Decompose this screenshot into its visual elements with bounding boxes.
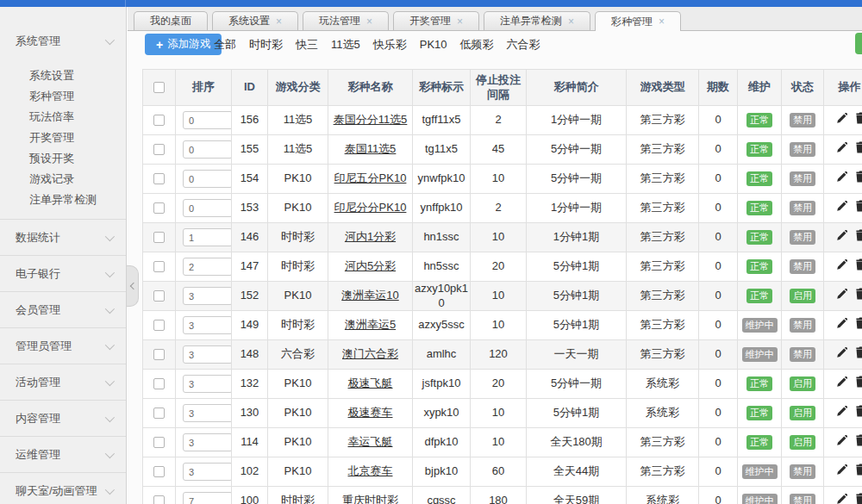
status-badge[interactable]: 禁用 — [790, 259, 815, 275]
lottery-name-link[interactable]: 澳门六合彩 — [342, 347, 398, 360]
row-checkbox[interactable] — [153, 232, 165, 243]
lottery-name-link[interactable]: 印尼五分PK10 — [334, 171, 407, 184]
edit-icon[interactable] — [836, 171, 847, 186]
status-badge[interactable]: 禁用 — [790, 113, 815, 128]
sort-input[interactable] — [183, 199, 232, 217]
sidebar-group-4[interactable]: 管理员管理 — [0, 327, 126, 364]
filter-2[interactable]: 快三 — [296, 37, 318, 53]
maintain-badge[interactable]: 正常 — [746, 259, 772, 275]
delete-icon[interactable] — [856, 141, 862, 157]
lottery-name-link[interactable]: 极速赛车 — [348, 406, 393, 419]
sort-input[interactable] — [183, 111, 232, 129]
row-checkbox[interactable] — [153, 173, 165, 184]
lottery-name-link[interactable]: 重庆时时彩 — [342, 494, 398, 504]
sort-input[interactable] — [183, 258, 232, 276]
maintain-badge[interactable]: 维护中 — [742, 464, 778, 480]
row-checkbox[interactable] — [153, 202, 165, 214]
delete-icon[interactable] — [856, 288, 862, 303]
delete-icon[interactable] — [856, 493, 862, 504]
add-game-button[interactable]: + 添加游戏 — [145, 34, 222, 55]
sidebar-group-8[interactable]: 聊天室/动画管理 — [0, 472, 126, 504]
edit-icon[interactable] — [836, 318, 847, 333]
edit-icon[interactable] — [836, 435, 847, 450]
edit-icon[interactable] — [836, 376, 847, 391]
lottery-name-link[interactable]: 澳洲幸运5 — [345, 318, 396, 331]
delete-icon[interactable] — [856, 229, 862, 245]
sort-input[interactable] — [183, 170, 232, 188]
lottery-name-link[interactable]: 泰国分分11选5 — [334, 113, 408, 126]
filter-3[interactable]: 11选5 — [331, 37, 360, 53]
status-badge[interactable]: 禁用 — [790, 142, 815, 158]
sidebar-group-5[interactable]: 活动管理 — [0, 364, 126, 400]
sidebar-group-1[interactable]: 数据统计 — [0, 219, 126, 255]
row-checkbox[interactable] — [153, 261, 165, 272]
filter-7[interactable]: 六合彩 — [507, 37, 540, 53]
sort-input[interactable] — [183, 463, 232, 481]
delete-icon[interactable] — [856, 200, 862, 215]
edit-icon[interactable] — [836, 113, 847, 128]
row-checkbox[interactable] — [153, 495, 165, 504]
edit-icon[interactable] — [836, 464, 847, 479]
sidebar-group-2[interactable]: 电子银行 — [0, 255, 126, 291]
maintain-badge[interactable]: 正常 — [746, 435, 772, 451]
delete-icon[interactable] — [856, 434, 862, 450]
edit-icon[interactable] — [836, 494, 847, 504]
close-icon[interactable]: × — [276, 16, 282, 27]
delete-icon[interactable] — [856, 405, 862, 420]
filter-0[interactable]: 全部 — [214, 37, 236, 53]
status-badge[interactable]: 禁用 — [790, 318, 815, 333]
select-all-checkbox[interactable] — [153, 82, 165, 93]
sidebar-item-0-6[interactable]: 注单异常检测 — [0, 190, 126, 210]
status-badge[interactable]: 禁用 — [790, 494, 815, 504]
delete-icon[interactable] — [856, 112, 862, 128]
tab-0[interactable]: 我的桌面 — [134, 11, 208, 30]
filter-6[interactable]: 低频彩 — [460, 37, 494, 53]
maintain-badge[interactable]: 正常 — [746, 113, 772, 128]
tab-5[interactable]: 彩种管理× — [595, 11, 681, 31]
delete-icon[interactable] — [856, 376, 862, 391]
sort-input[interactable] — [183, 228, 232, 246]
tab-4[interactable]: 注单异常检测× — [484, 11, 590, 30]
sidebar-item-0-2[interactable]: 玩法倍率 — [0, 107, 126, 128]
status-badge[interactable]: 启用 — [790, 289, 815, 304]
close-icon[interactable]: × — [457, 16, 463, 27]
maintain-badge[interactable]: 正常 — [746, 406, 772, 421]
status-badge[interactable]: 禁用 — [790, 171, 815, 187]
right-edge-button[interactable] — [855, 33, 862, 54]
lottery-name-link[interactable]: 印尼分分PK10 — [334, 201, 407, 214]
sidebar-item-0-1[interactable]: 彩种管理 — [0, 86, 126, 107]
tab-2[interactable]: 玩法管理× — [303, 11, 389, 30]
tab-3[interactable]: 开奖管理× — [393, 11, 479, 30]
row-checkbox[interactable] — [153, 290, 165, 302]
sort-input[interactable] — [183, 140, 232, 159]
delete-icon[interactable] — [856, 171, 862, 186]
status-badge[interactable]: 禁用 — [790, 230, 815, 246]
sidebar-item-0-5[interactable]: 游戏记录 — [0, 169, 126, 190]
sort-input[interactable] — [183, 375, 232, 393]
status-badge[interactable]: 禁用 — [790, 201, 815, 216]
delete-icon[interactable] — [856, 317, 862, 333]
row-checkbox[interactable] — [153, 115, 165, 126]
sort-input[interactable] — [183, 433, 232, 451]
lottery-name-link[interactable]: 极速飞艇 — [348, 376, 393, 389]
delete-icon[interactable] — [856, 258, 862, 274]
status-badge[interactable]: 启用 — [790, 406, 815, 421]
sidebar-item-0-4[interactable]: 预设开奖 — [0, 148, 126, 169]
row-checkbox[interactable] — [153, 408, 165, 419]
sidebar-collapse-handle[interactable] — [127, 265, 139, 307]
lottery-name-link[interactable]: 河内1分彩 — [345, 230, 396, 243]
maintain-badge[interactable]: 正常 — [746, 171, 772, 187]
delete-icon[interactable] — [856, 346, 862, 362]
sidebar-item-0-0[interactable]: 系统设置 — [0, 65, 126, 86]
maintain-badge[interactable]: 正常 — [746, 230, 772, 246]
status-badge[interactable]: 启用 — [790, 435, 815, 451]
status-badge[interactable]: 禁用 — [790, 347, 815, 363]
sort-input[interactable] — [183, 287, 232, 305]
maintain-badge[interactable]: 维护中 — [742, 347, 778, 363]
edit-icon[interactable] — [836, 142, 847, 157]
edit-icon[interactable] — [836, 201, 847, 215]
lottery-name-link[interactable]: 河内5分彩 — [345, 259, 396, 272]
edit-icon[interactable] — [836, 289, 847, 303]
sidebar-group-0[interactable]: 系统管理 — [0, 24, 126, 59]
sort-input[interactable] — [183, 492, 232, 504]
